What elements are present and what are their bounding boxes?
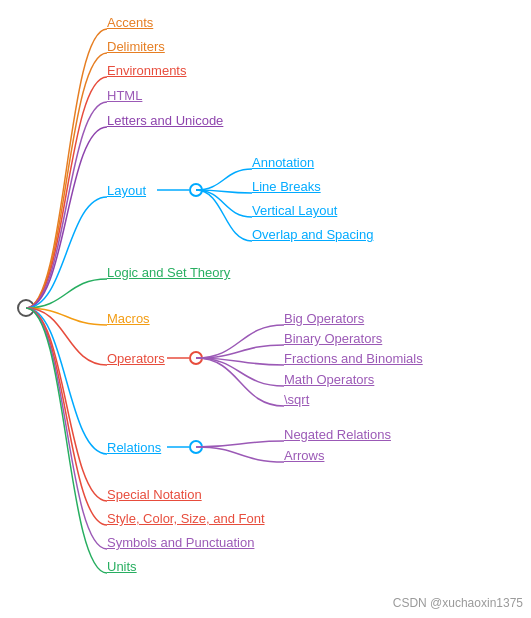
watermark: CSDN @xuchaoxin1375 (393, 596, 523, 610)
node-link-units[interactable]: Units (107, 559, 137, 574)
node-link-vertical[interactable]: Vertical Layout (252, 203, 337, 218)
node-overlap[interactable]: Overlap and Spacing (252, 227, 373, 242)
node-link-accents[interactable]: Accents (107, 15, 153, 30)
node-environments[interactable]: Environments (107, 63, 186, 78)
node-html[interactable]: HTML (107, 88, 142, 103)
node-link-html[interactable]: HTML (107, 88, 142, 103)
node-link-fractions[interactable]: Fractions and Binomials (284, 351, 423, 366)
node-vertical[interactable]: Vertical Layout (252, 203, 337, 218)
node-link-arrows[interactable]: Arrows (284, 448, 324, 463)
node-link-negated[interactable]: Negated Relations (284, 427, 391, 442)
node-accents[interactable]: Accents (107, 15, 153, 30)
node-link-binaryops[interactable]: Binary Operators (284, 331, 382, 346)
node-arrows[interactable]: Arrows (284, 448, 324, 463)
node-layout[interactable]: Layout (107, 183, 146, 198)
node-link-mathops[interactable]: Math Operators (284, 372, 374, 387)
node-macros[interactable]: Macros (107, 311, 150, 326)
node-fractions[interactable]: Fractions and Binomials (284, 351, 423, 366)
node-link-annotation[interactable]: Annotation (252, 155, 314, 170)
svg-point-4 (190, 352, 202, 364)
svg-point-0 (18, 300, 34, 316)
node-relations[interactable]: Relations (107, 440, 161, 455)
node-symbols[interactable]: Symbols and Punctuation (107, 535, 254, 550)
node-linebreaks[interactable]: Line Breaks (252, 179, 321, 194)
node-link-symbols[interactable]: Symbols and Punctuation (107, 535, 254, 550)
svg-point-6 (190, 441, 202, 453)
node-style[interactable]: Style, Color, Size, and Font (107, 511, 265, 526)
node-bigops[interactable]: Big Operators (284, 311, 364, 326)
node-link-macros[interactable]: Macros (107, 311, 150, 326)
node-operators[interactable]: Operators (107, 351, 165, 366)
node-link-special[interactable]: Special Notation (107, 487, 202, 502)
node-mathops[interactable]: Math Operators (284, 372, 374, 387)
node-link-operators[interactable]: Operators (107, 351, 165, 366)
node-letters[interactable]: Letters and Unicode (107, 113, 223, 128)
node-link-logic[interactable]: Logic and Set Theory (107, 265, 230, 280)
mindmap-lines (0, 0, 531, 618)
svg-point-2 (190, 184, 202, 196)
node-link-delimiters[interactable]: Delimiters (107, 39, 165, 54)
mindmap-canvas: AccentsDelimitersEnvironmentsHTMLLetters… (0, 0, 531, 618)
node-link-linebreaks[interactable]: Line Breaks (252, 179, 321, 194)
node-negated[interactable]: Negated Relations (284, 427, 391, 442)
node-annotation[interactable]: Annotation (252, 155, 314, 170)
node-units[interactable]: Units (107, 559, 137, 574)
node-link-sqrt[interactable]: \sqrt (284, 392, 309, 407)
node-link-overlap[interactable]: Overlap and Spacing (252, 227, 373, 242)
node-special[interactable]: Special Notation (107, 487, 202, 502)
node-link-layout[interactable]: Layout (107, 183, 146, 198)
node-link-environments[interactable]: Environments (107, 63, 186, 78)
node-link-relations[interactable]: Relations (107, 440, 161, 455)
node-delimiters[interactable]: Delimiters (107, 39, 165, 54)
node-sqrt[interactable]: \sqrt (284, 392, 309, 407)
node-link-bigops[interactable]: Big Operators (284, 311, 364, 326)
node-binaryops[interactable]: Binary Operators (284, 331, 382, 346)
node-logic[interactable]: Logic and Set Theory (107, 265, 230, 280)
node-link-style[interactable]: Style, Color, Size, and Font (107, 511, 265, 526)
node-link-letters[interactable]: Letters and Unicode (107, 113, 223, 128)
